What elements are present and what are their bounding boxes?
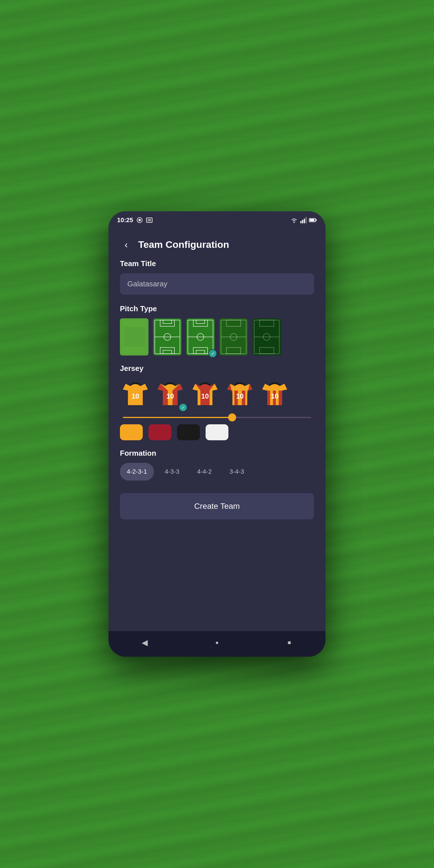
pitch-type-section: Pitch Type (120, 304, 314, 355)
pitch-option-3[interactable]: ✓ (186, 318, 215, 355)
color-slider[interactable] (123, 417, 311, 418)
time-display: 10:25 (117, 216, 133, 224)
jersey-selected-badge: ✓ (179, 403, 187, 412)
team-title-section: Team Title (120, 259, 314, 304)
swatch-white[interactable] (206, 424, 228, 440)
swatch-black[interactable] (177, 424, 200, 440)
pitch-option-4[interactable] (219, 318, 248, 355)
svg-point-1 (138, 219, 141, 221)
jersey-option-3[interactable]: 10 (190, 378, 220, 410)
pitch-option-2[interactable] (153, 318, 182, 355)
circle-icon (136, 217, 143, 223)
status-left: 10:25 (117, 216, 152, 224)
phone-frame: 10:25 (108, 211, 326, 657)
status-icons (290, 217, 317, 223)
header: ‹ Team Configuration (120, 232, 314, 259)
jersey-section: Jersey 10 1 (120, 364, 314, 440)
wifi-icon (290, 217, 298, 223)
svg-rect-10 (310, 219, 314, 221)
svg-rect-5 (300, 221, 302, 223)
svg-text:10: 10 (271, 392, 279, 400)
jersey-option-4[interactable]: 10 (224, 378, 255, 410)
pitch-type-label: Pitch Type (120, 304, 314, 313)
swatch-orange[interactable] (120, 424, 143, 440)
jersey-options: 10 10 ✓ (120, 378, 314, 410)
jersey-option-2[interactable]: 10 ✓ (155, 378, 186, 410)
jersey-label: Jersey (120, 364, 314, 373)
recents-nav-button[interactable]: ■ (281, 637, 298, 648)
color-swatches (120, 424, 314, 440)
svg-text:10: 10 (132, 392, 140, 400)
formation-btn-4231[interactable]: 4-2-3-1 (120, 463, 154, 480)
svg-rect-49 (267, 391, 270, 405)
svg-text:10: 10 (201, 392, 209, 400)
team-title-input[interactable] (120, 273, 314, 294)
back-button[interactable]: ‹ (120, 238, 132, 251)
formation-btn-433[interactable]: 4-3-3 (158, 463, 186, 480)
back-nav-button[interactable]: ◀ (136, 637, 153, 648)
svg-rect-51 (279, 391, 282, 405)
pitch-option-5[interactable] (252, 318, 281, 355)
formation-btn-343[interactable]: 3-4-3 (223, 463, 251, 480)
pitch-option-1[interactable] (120, 318, 149, 355)
page-title: Team Configuration (138, 239, 229, 250)
pitch-selected-badge: ✓ (209, 349, 217, 358)
home-nav-button[interactable]: ● (209, 637, 225, 648)
svg-rect-11 (316, 219, 317, 221)
bottom-nav: ◀ ● ■ (108, 631, 326, 657)
team-title-label: Team Title (120, 259, 314, 268)
svg-rect-14 (123, 327, 145, 347)
svg-text:10: 10 (166, 392, 174, 400)
svg-rect-3 (148, 219, 151, 221)
slider-thumb[interactable] (228, 413, 236, 422)
battery-icon (309, 218, 317, 223)
create-team-button[interactable]: Create Team (120, 493, 314, 519)
status-bar: 10:25 (108, 211, 326, 227)
jersey-option-5[interactable]: 10 (259, 378, 290, 410)
svg-point-4 (293, 222, 294, 223)
svg-text:10: 10 (236, 392, 244, 400)
svg-rect-7 (304, 219, 305, 223)
formation-btn-442[interactable]: 4-4-2 (190, 463, 218, 480)
svg-rect-8 (306, 217, 307, 223)
svg-rect-6 (302, 220, 303, 223)
formation-section: Formation 4-2-3-1 4-3-3 4-4-2 3-4-3 (120, 449, 314, 480)
formation-options: 4-2-3-1 4-3-3 4-4-2 3-4-3 (120, 463, 314, 480)
pitch-options: ✓ (120, 318, 314, 355)
color-slider-container[interactable] (120, 417, 314, 418)
square-icon (146, 218, 152, 223)
swatch-red[interactable] (149, 424, 171, 440)
jersey-option-1[interactable]: 10 (120, 378, 151, 410)
screen-content: ‹ Team Configuration Team Title Pitch Ty… (108, 227, 326, 631)
formation-label: Formation (120, 449, 314, 458)
signal-icon (300, 217, 307, 223)
